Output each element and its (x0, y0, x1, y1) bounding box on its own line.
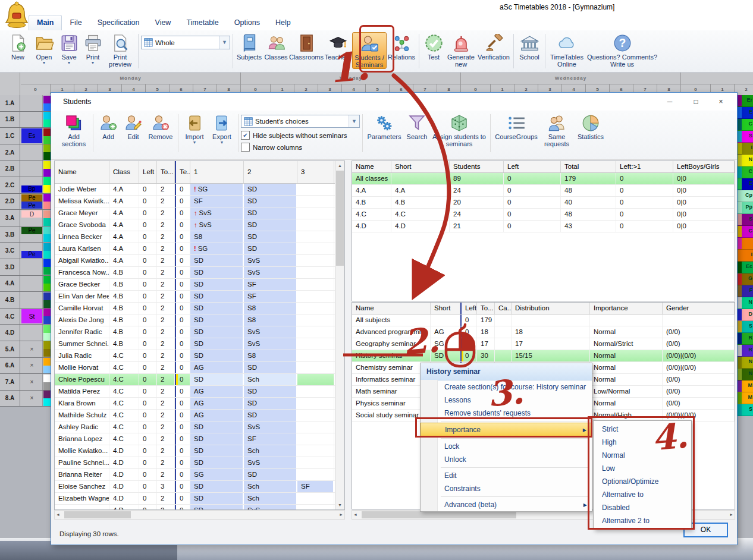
same-requests-button[interactable]: Same requests (539, 113, 574, 147)
assign-students-button[interactable]: Assign students to seminars (431, 113, 488, 147)
classes-button[interactable]: Classes (263, 32, 289, 61)
column-header[interactable]: LeftBoys/Girls (673, 161, 735, 172)
teachers-button[interactable]: Teachers (324, 32, 352, 61)
classrooms-button[interactable]: Classrooms (289, 32, 324, 61)
student-row[interactable]: Alexis De Jong4.B020SDS8 (55, 314, 335, 326)
remove-student-button[interactable]: Remove (146, 113, 175, 140)
coursegroups-button[interactable]: CourseGroups (493, 113, 539, 140)
submenu-item-optional-optimize[interactable]: Optional/Optimize (594, 475, 691, 488)
menu-item-unlock[interactable]: Unlock (421, 453, 592, 466)
student-row[interactable]: Grace Meyer4.A020↑SvSSD (55, 207, 335, 219)
relations-button[interactable]: Relations (387, 32, 416, 61)
student-row[interactable]: Brianna Reiter4.D020SGSD (55, 469, 335, 481)
submenu-item-high[interactable]: High (594, 436, 691, 449)
student-row[interactable]: Abigail Kwiatko...4.A020SDSvS (55, 255, 335, 267)
menu-item-remove-students-requests[interactable]: Remove students' requests (421, 407, 592, 420)
student-row[interactable]: Mathilde Schulz4.C020AGSD (55, 410, 335, 421)
column-header[interactable]: Left:>1 (616, 161, 673, 172)
preview-button[interactable]: Print preview (105, 32, 136, 68)
column-header[interactable]: Name (352, 161, 391, 172)
column-header[interactable]: To... (157, 161, 175, 183)
class-row[interactable]: 4.A4.A2404800|0 (352, 185, 735, 197)
student-row[interactable]: Eloise Sanchez4.D030SDSchSF (55, 481, 335, 493)
column-header[interactable]: Te... (175, 161, 190, 183)
column-header[interactable]: Left (504, 161, 561, 172)
app-logo-bell-icon[interactable] (5, 1, 29, 29)
submenu-item-strict[interactable]: Strict (594, 423, 691, 436)
menu-item-lock[interactable]: Lock (421, 440, 592, 453)
tab-main[interactable]: Main (29, 15, 62, 30)
student-row[interactable]: Linnea Becker4.A020S8SD (55, 231, 335, 243)
submenu-item-low[interactable]: Low (594, 462, 691, 475)
student-choices-select[interactable]: Student's choices ▼ (241, 115, 360, 128)
student-row[interactable]: Matilda Perez4.C020AGSD (55, 386, 335, 398)
student-row[interactable]: Grace Becker4.B020SDSF (55, 279, 335, 291)
student-row[interactable]: Camille Horvat4.B020SDS8 (55, 303, 335, 314)
seminar-row[interactable]: All subjects0179 (352, 314, 735, 326)
print-button[interactable]: Print▼ (81, 32, 105, 65)
parameters-button[interactable]: Parameters (365, 113, 403, 140)
class-row[interactable]: 4.B4.B2004000|0 (352, 197, 735, 209)
add-student-button[interactable]: Add (96, 113, 121, 140)
add-sections-button[interactable]: Add sections (57, 113, 90, 147)
chevron-down-icon[interactable]: ▼ (349, 115, 359, 127)
student-row[interactable]: Jodie Weber4.A020!SGSD (55, 184, 335, 196)
student-row[interactable]: Melissa Kwiatk...4.A020SFSD (55, 196, 335, 207)
edit-student-button[interactable]: Edit (121, 113, 146, 140)
school-button[interactable]: School (516, 32, 542, 61)
import-button[interactable]: Import▼ (181, 113, 208, 145)
class-row[interactable]: 4.C4.C2404800|0 (352, 209, 735, 221)
test-button[interactable]: Test (422, 32, 445, 61)
seminar-row[interactable]: Geography seminarSG01717Normal/Strict(0/… (352, 338, 735, 350)
student-row[interactable]: Brianna Lopez4.C020SDSF (55, 433, 335, 445)
column-header[interactable]: Short (391, 161, 450, 172)
column-header[interactable]: Left (139, 161, 157, 183)
verification-button[interactable]: Verification (476, 32, 511, 61)
seminar-row[interactable]: Advanced programmi...AG01818Normal(0/0) (352, 326, 735, 338)
column-header[interactable]: Left (460, 303, 477, 314)
column-header[interactable]: Total (561, 161, 616, 172)
hide-subjects-checkbox[interactable]: ✔Hide subjects without seminars (241, 131, 360, 140)
column-header[interactable]: 3 (297, 161, 334, 183)
column-header[interactable]: Gender (663, 303, 735, 314)
column-header[interactable]: Ca... (495, 303, 512, 314)
column-header[interactable]: To... (477, 303, 495, 314)
generate-button[interactable]: Generate new (445, 32, 476, 68)
menu-item-create-section-s-for-course-history-seminar[interactable]: Create section(s) for course: History se… (421, 380, 592, 394)
students-button[interactable]: Students / Seminars (352, 32, 387, 69)
export-button[interactable]: Export▼ (208, 113, 236, 145)
menu-item-advanced-beta[interactable]: Advanced (beta)▶ (421, 498, 592, 511)
column-header[interactable]: Name (352, 303, 431, 314)
save-button[interactable]: Save▼ (57, 32, 81, 65)
students-table-hscrollbar[interactable]: ◄► (54, 510, 345, 520)
student-row[interactable]: Julia Radic4.C020SDS8 (55, 350, 335, 362)
menu-item-edit[interactable]: Edit (421, 469, 592, 482)
student-row[interactable]: Mollie Horvat4.C020AGSD (55, 362, 335, 374)
column-header[interactable]: Distribution (512, 303, 590, 314)
student-row[interactable]: Summer Schnei...4.B020SDSvS (55, 338, 335, 350)
seminar-row[interactable]: History seminarSD03015/15Normal(0/0)|(0/… (352, 350, 735, 362)
menu-item-lessons[interactable]: Lessons (421, 394, 592, 407)
minimize-icon[interactable]: ─ (660, 96, 680, 108)
student-row[interactable]: 4.D020SDSvS (55, 505, 335, 510)
column-header[interactable]: 2 (244, 161, 297, 183)
menu-item-constraints[interactable]: Constraints (421, 482, 592, 495)
search-button[interactable]: Search (403, 113, 431, 140)
statistics-button[interactable]: Statistics (574, 113, 607, 140)
open-button[interactable]: Open▼ (31, 32, 57, 65)
column-header[interactable]: Students (450, 161, 504, 172)
submenu-item-disabled[interactable]: Disabled (594, 501, 691, 514)
students-table-vscrollbar[interactable]: ▲▼ (335, 161, 344, 509)
chevron-down-icon[interactable]: ▼ (219, 36, 230, 49)
column-header[interactable]: 1 (190, 161, 244, 183)
student-row[interactable]: Elizabeth Wagner4.D020SDSch (55, 493, 335, 505)
column-header[interactable]: Name (55, 161, 109, 183)
narrow-columns-checkbox[interactable]: Narrow columns (241, 143, 360, 152)
submenu-item-alternative-2-to[interactable]: Alternative 2 to (594, 514, 691, 527)
student-row[interactable]: Ashley Radic4.C020SDSvS (55, 421, 335, 433)
class-row[interactable]: 4.D4.D2104300|0 (352, 221, 735, 232)
tab-help[interactable]: Help (268, 15, 299, 30)
new-button[interactable]: New (5, 32, 31, 61)
tab-options[interactable]: Options (227, 15, 268, 30)
column-header[interactable]: Short (431, 303, 460, 314)
